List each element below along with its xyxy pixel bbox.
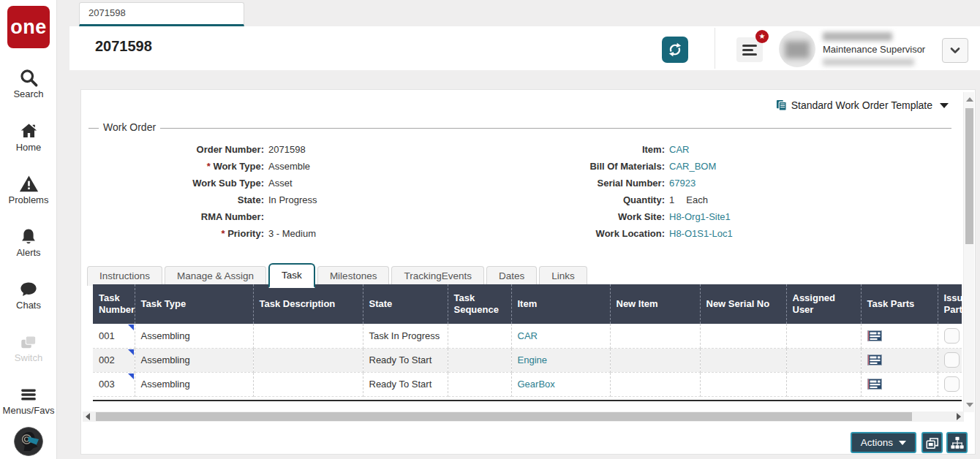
tab-milestones[interactable]: Milestones [317,266,390,286]
quantity-uom: Each [686,194,708,205]
issue-parts-checkbox[interactable] [944,328,960,344]
sidebar-item-problems[interactable]: Problems [0,174,57,205]
scroll-left-arrow[interactable] [86,413,90,420]
cell-task-parts [861,372,938,396]
issue-parts-checkbox[interactable] [944,352,960,368]
cell-issue-parts [938,372,962,396]
cell-item-link[interactable]: Engine [511,348,610,372]
field-state: State In Progress [96,191,491,208]
refresh-icon [667,42,683,58]
header: 2071598 Maintenance Supervisor [69,26,980,70]
cell-task-description [253,372,363,396]
sidebar-item-label: Alerts [0,247,57,258]
header-divider [715,28,715,69]
cell-task-parts [861,324,938,348]
hamburger-icon [742,42,757,58]
field-work-sub-type: Work Sub Type Asset [96,175,491,191]
sidebar-item-chats[interactable]: Chats [0,280,57,311]
row-context-marker[interactable] [128,325,134,330]
scroll-down-arrow[interactable] [966,403,973,407]
col-new-serial-no: New Serial No [700,284,786,324]
template-document-icon [776,99,787,111]
cell-state: Ready To Start [363,372,448,396]
tab-task[interactable]: Task [268,263,315,288]
scroll-up-arrow[interactable] [966,97,973,102]
sidebar: one Search Home Problems Alerts Chats Sw… [0,0,57,459]
row-context-marker[interactable] [128,373,134,379]
issue-parts-checkbox[interactable] [944,376,960,392]
col-task-parts: Task Parts [861,284,938,324]
task-parts-icon[interactable] [867,330,882,341]
sitemap-button[interactable] [946,432,968,453]
cell-state: Task In Progress [363,324,448,348]
sidebar-item-switch: Switch [0,333,57,363]
vertical-scrollbar[interactable] [963,92,974,412]
work-order-fields-right: Item CAR Bill Of Materials CAR_BOM Seria… [491,141,944,242]
work-location-link[interactable]: H8-O1S1-Loc1 [669,228,733,239]
user-name-redacted [823,32,892,41]
tab-tracking-events[interactable]: TrackingEvents [391,266,484,286]
cell-new-item [610,348,700,372]
assistant-avatar[interactable] [14,427,43,456]
user-info: Maintenance Supervisor [823,31,940,66]
scroll-right-arrow[interactable] [957,413,961,420]
user-avatar-blur [785,41,810,58]
actions-button-label: Actions [861,437,893,448]
tab-instructions[interactable]: Instructions [87,266,162,286]
page-title: 2071598 [95,38,152,55]
cell-item-link[interactable]: GearBox [511,372,610,396]
sidebar-item-label: Problems [0,194,57,205]
task-parts-icon[interactable] [867,379,882,390]
horizontal-scroll-thumb[interactable] [96,412,912,421]
row-context-marker[interactable] [128,349,134,355]
template-selector[interactable]: Standard Work Order Template [776,99,949,111]
tab-manage-assign[interactable]: Manage & Assign [165,266,266,286]
work-order-fields-left: Order Number 2071598 * Work Type Assembl… [96,141,491,242]
refresh-button[interactable] [662,37,688,63]
actions-button[interactable]: Actions [851,432,916,453]
item-link[interactable]: CAR [669,144,689,155]
cell-task-sequence [448,324,511,348]
cell-new-item [610,324,700,348]
search-icon [0,68,57,88]
work-order-fieldset: Work Order [88,128,951,129]
cell-assigned-user [786,348,861,372]
chevron-down-icon [940,103,949,108]
sidebar-item-alerts[interactable]: Alerts [0,227,57,258]
col-issue-parts: Issue Parts [938,284,962,324]
table-row: 002 Assembling Ready To Start Engine [93,348,962,372]
cell-task-type: Assembling [135,348,253,372]
cell-new-item [610,372,700,396]
document-tab[interactable]: 2071598 [79,2,244,26]
tab-links[interactable]: Links [539,266,587,286]
user-avatar[interactable] [779,31,815,67]
bell-icon [0,227,57,246]
task-parts-icon[interactable] [867,354,882,365]
vertical-scroll-thumb[interactable] [965,108,973,244]
cell-state: Ready To Start [363,348,448,372]
sidebar-item-label: Home [0,142,57,153]
sidebar-item-search[interactable]: Search [0,68,57,99]
sidebar-item-home[interactable]: Home [0,121,57,153]
col-task-description: Task Description [253,284,363,324]
field-quantity: Quantity 1 Each [491,191,944,208]
print-button[interactable] [921,432,943,453]
one-logo-text: one [10,16,47,39]
work-site-link[interactable]: H8-Org1-Site1 [669,211,731,222]
one-logo[interactable]: one [7,6,50,48]
tab-dates[interactable]: Dates [486,266,537,286]
print-icon [925,436,940,450]
cell-item-link[interactable]: CAR [511,324,610,348]
cell-new-serial-no [700,348,786,372]
sidebar-item-menus-favs[interactable]: Menus/Favs [0,385,57,416]
cell-task-type: Assembling [135,372,253,396]
warning-triangle-icon [0,174,57,194]
field-serial-number: Serial Number 67923 [491,175,944,191]
serial-number-link[interactable]: 67923 [669,178,696,189]
bom-link[interactable]: CAR_BOM [669,161,716,172]
cell-issue-parts [938,348,962,372]
horizontal-scrollbar[interactable] [83,411,964,422]
user-menu-chevron-button[interactable] [942,38,968,63]
switch-icon [0,333,57,352]
table-row: 001 Assembling Task In Progress CAR [93,324,962,348]
